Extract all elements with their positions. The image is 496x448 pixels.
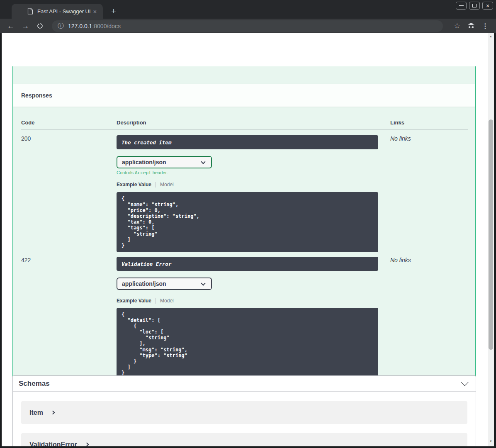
post-opblock-panel: Responses Code Description Links 200 The… xyxy=(12,66,476,389)
maximize-icon xyxy=(472,4,477,7)
media-type-value: application/json xyxy=(122,159,166,166)
schemas-section: Schemas Item ValidationError xyxy=(12,375,476,448)
info-icon[interactable]: ⓘ xyxy=(58,22,64,30)
minimize-icon xyxy=(459,5,464,6)
url-path: :8000/docs xyxy=(92,23,121,29)
schemas-header[interactable]: Schemas xyxy=(13,376,476,392)
browser-titlebar: Fast API - Swagger UI × + × xyxy=(0,0,496,19)
response-description-200: The created item xyxy=(117,135,378,149)
chevron-down-icon[interactable] xyxy=(461,378,468,386)
table-header-divider xyxy=(21,129,468,130)
column-header-code: Code xyxy=(21,119,35,126)
response-links-200: No links xyxy=(390,135,411,142)
example-model-tabs-422: Example Value Model xyxy=(117,298,174,304)
model-item[interactable]: Item xyxy=(21,401,467,424)
example-model-tabs-200: Example Value Model xyxy=(117,182,174,187)
minimize-button[interactable] xyxy=(456,2,467,10)
media-type-value: application/json xyxy=(122,280,166,287)
example-json-200: { "name": "string", "price": 0, "descrip… xyxy=(117,192,378,252)
tab-model[interactable]: Model xyxy=(160,182,174,187)
example-json-422: { "detail": [ { "loc": [ "string" ], "ms… xyxy=(117,308,378,380)
tab-close-icon[interactable]: × xyxy=(91,7,99,15)
tab-title: Fast API - Swagger UI xyxy=(37,8,91,15)
scroll-down-icon[interactable]: ▼ xyxy=(488,438,494,444)
reload-button[interactable] xyxy=(35,22,45,29)
close-icon: × xyxy=(486,3,489,9)
browser-tab[interactable]: Fast API - Swagger UI × xyxy=(12,4,103,19)
window-border-bottom xyxy=(0,446,496,448)
chevron-down-icon xyxy=(201,281,205,285)
column-header-description: Description xyxy=(117,119,146,126)
tab-model[interactable]: Model xyxy=(160,298,174,304)
window-border-left xyxy=(0,33,2,448)
page-scrollbar[interactable]: ▲ ▼ xyxy=(488,33,494,446)
model-validationerror[interactable]: ValidationError xyxy=(21,433,467,448)
response-links-422: No links xyxy=(390,257,411,263)
accept-note-suffix: header. xyxy=(151,170,168,175)
response-description-422: Validation Error xyxy=(117,257,378,271)
address-bar[interactable]: ⓘ 127.0.0.1 :8000/docs xyxy=(52,20,443,32)
browser-toolbar: ← → ⓘ 127.0.0.1 :8000/docs ☆ ⋮ xyxy=(0,19,496,33)
response-code-200: 200 xyxy=(21,135,31,142)
chevron-down-icon xyxy=(201,159,205,164)
new-tab-button[interactable]: + xyxy=(108,5,119,17)
column-header-links: Links xyxy=(390,119,404,126)
scroll-up-icon[interactable]: ▲ xyxy=(488,33,494,39)
incognito-icon xyxy=(466,22,476,30)
schemas-title: Schemas xyxy=(19,380,50,388)
media-type-select-200[interactable]: application/json xyxy=(117,156,212,168)
tab-divider xyxy=(156,298,156,304)
media-type-select-422[interactable]: application/json xyxy=(117,278,212,290)
back-button[interactable]: ← xyxy=(6,22,16,31)
response-code-422: 422 xyxy=(21,257,31,263)
webpage-viewport: Responses Code Description Links 200 The… xyxy=(2,33,494,446)
tab-example-value[interactable]: Example Value xyxy=(117,298,151,304)
close-button[interactable]: × xyxy=(482,2,493,10)
forward-button[interactable]: → xyxy=(20,22,30,31)
kebab-menu-button[interactable]: ⋮ xyxy=(480,22,490,30)
accept-header-note: Controls Accept header. xyxy=(117,170,168,175)
model-name: Item xyxy=(29,409,43,416)
tab-divider xyxy=(156,182,156,187)
bookmark-star-button[interactable]: ☆ xyxy=(452,22,462,30)
accept-note-code: Accept xyxy=(135,170,151,175)
chevron-right-icon xyxy=(85,443,89,447)
scrollbar-thumb[interactable] xyxy=(489,119,493,350)
url-host: 127.0.0.1 xyxy=(68,23,92,29)
responses-title: Responses xyxy=(21,92,52,99)
maximize-button[interactable] xyxy=(469,2,480,10)
accept-note-prefix: Controls xyxy=(117,170,135,175)
window-border-right xyxy=(494,33,496,448)
document-icon xyxy=(27,8,33,15)
chevron-right-icon xyxy=(51,411,55,415)
tab-example-value[interactable]: Example Value xyxy=(117,182,151,187)
responses-section-header: Responses xyxy=(13,84,475,107)
